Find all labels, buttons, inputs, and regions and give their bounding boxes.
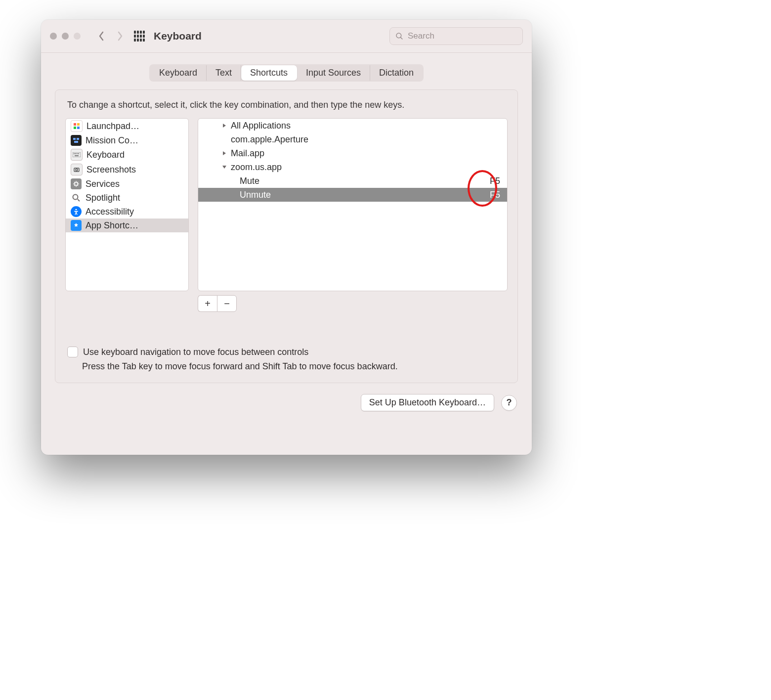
tab-shortcuts[interactable]: Shortcuts <box>241 65 297 81</box>
services-icon <box>71 178 82 189</box>
category-mission-control[interactable]: Mission Co… <box>66 133 188 147</box>
show-all-prefs-button[interactable] <box>134 31 145 42</box>
category-launchpad[interactable]: Launchpad… <box>66 119 188 133</box>
outline-label: Unmute <box>240 190 490 200</box>
outline-label: Mail.app <box>231 148 500 159</box>
footer: Set Up Bluetooth Keyboard… ? <box>41 392 532 411</box>
svg-rect-11 <box>75 153 76 154</box>
tab-keyboard[interactable]: Keyboard <box>150 65 207 81</box>
svg-rect-2 <box>74 123 76 126</box>
close-window-button[interactable] <box>50 33 57 40</box>
search-field[interactable]: Search <box>389 27 523 45</box>
category-label: Screenshots <box>86 165 136 175</box>
svg-marker-22 <box>223 151 226 155</box>
screenshots-icon <box>71 164 83 175</box>
traffic-lights <box>50 33 81 40</box>
svg-point-16 <box>76 169 78 171</box>
shortcuts-panel: To change a shortcut, select it, click t… <box>55 89 518 383</box>
svg-rect-10 <box>74 153 75 154</box>
checkbox-description: Press the Tab key to move focus forward … <box>82 361 508 372</box>
svg-rect-8 <box>74 141 78 143</box>
chevron-down-icon[interactable] <box>221 165 228 170</box>
svg-line-19 <box>78 199 80 201</box>
outline-label: zoom.us.app <box>231 162 500 173</box>
category-app-shortcuts[interactable]: App Shortc… <box>66 219 188 232</box>
category-label: App Shortc… <box>86 220 138 231</box>
svg-rect-3 <box>77 123 80 126</box>
svg-marker-21 <box>223 124 226 128</box>
tab-dictation[interactable]: Dictation <box>370 65 423 81</box>
svg-rect-13 <box>78 153 79 154</box>
tab-bar: Keyboard Text Shortcuts Input Sources Di… <box>149 64 424 82</box>
back-button[interactable] <box>94 29 108 43</box>
outline-label: All Applications <box>231 121 500 131</box>
minimize-window-button[interactable] <box>62 33 69 40</box>
search-placeholder: Search <box>408 31 434 41</box>
keyboard-navigation-block: Use keyboard navigation to move focus be… <box>65 347 508 372</box>
outline-row[interactable]: Mute F5 <box>198 174 507 188</box>
outline-label: Mute <box>240 176 490 186</box>
category-label: Services <box>86 179 120 189</box>
category-keyboard[interactable]: Keyboard <box>66 147 188 162</box>
zoom-window-button[interactable] <box>74 33 81 40</box>
svg-rect-9 <box>73 152 81 157</box>
svg-point-18 <box>73 195 78 200</box>
accessibility-icon <box>71 206 82 217</box>
launchpad-icon <box>71 120 83 132</box>
svg-rect-7 <box>77 138 79 140</box>
outline-row[interactable]: All Applications <box>198 119 507 132</box>
window-toolbar: Keyboard Search <box>41 20 532 52</box>
checkbox-label: Use keyboard navigation to move focus be… <box>83 347 308 357</box>
instruction-text: To change a shortcut, select it, click t… <box>67 100 508 110</box>
svg-rect-14 <box>75 155 79 156</box>
outline-row[interactable]: com.apple.Aperture <box>198 132 507 146</box>
chevron-right-icon[interactable] <box>221 123 228 128</box>
shortcut-outline[interactable]: All Applications com.apple.Aperture <box>198 118 508 291</box>
add-shortcut-button[interactable]: + <box>198 295 217 312</box>
mission-control-icon <box>71 135 82 146</box>
category-label: Spotlight <box>86 193 120 203</box>
svg-marker-23 <box>222 166 226 169</box>
category-label: Keyboard <box>86 150 125 160</box>
tabs-container: Keyboard Text Shortcuts Input Sources Di… <box>41 53 532 89</box>
window-title: Keyboard <box>154 30 202 42</box>
outline-label: com.apple.Aperture <box>231 134 500 145</box>
svg-rect-5 <box>77 127 80 129</box>
svg-rect-4 <box>74 127 76 129</box>
preferences-window: Keyboard Search Keyboard Text Shortcuts … <box>41 20 532 455</box>
spotlight-icon <box>71 192 82 203</box>
category-label: Launchpad… <box>86 121 139 131</box>
outline-shortcut[interactable]: F5 <box>490 176 500 186</box>
category-spotlight[interactable]: Spotlight <box>66 191 188 205</box>
category-label: Accessibility <box>86 207 134 217</box>
tab-input-sources[interactable]: Input Sources <box>297 65 370 81</box>
outline-row[interactable]: Unmute F5 <box>198 188 507 202</box>
keyboard-icon <box>71 149 83 161</box>
svg-rect-6 <box>73 138 76 140</box>
category-screenshots[interactable]: Screenshots <box>66 162 188 177</box>
category-accessibility[interactable]: Accessibility <box>66 205 188 219</box>
category-label: Mission Co… <box>86 135 138 146</box>
outline-row[interactable]: zoom.us.app <box>198 160 507 174</box>
help-button[interactable]: ? <box>501 395 517 411</box>
keyboard-navigation-checkbox[interactable] <box>67 347 78 357</box>
svg-point-20 <box>75 209 77 210</box>
app-store-icon <box>71 220 82 231</box>
add-remove-control: + − <box>198 295 508 312</box>
setup-bluetooth-keyboard-button[interactable]: Set Up Bluetooth Keyboard… <box>361 394 494 411</box>
forward-button[interactable] <box>113 29 127 43</box>
remove-shortcut-button[interactable]: − <box>217 295 237 312</box>
category-list[interactable]: Launchpad… Mission Co… Keyboard <box>65 118 189 291</box>
chevron-right-icon[interactable] <box>221 151 228 156</box>
svg-rect-12 <box>77 153 78 154</box>
outline-shortcut[interactable]: F5 <box>490 190 500 200</box>
category-services[interactable]: Services <box>66 177 188 191</box>
svg-point-17 <box>75 182 78 185</box>
tab-text[interactable]: Text <box>207 65 241 81</box>
svg-line-1 <box>400 37 402 39</box>
outline-row[interactable]: Mail.app <box>198 146 507 160</box>
